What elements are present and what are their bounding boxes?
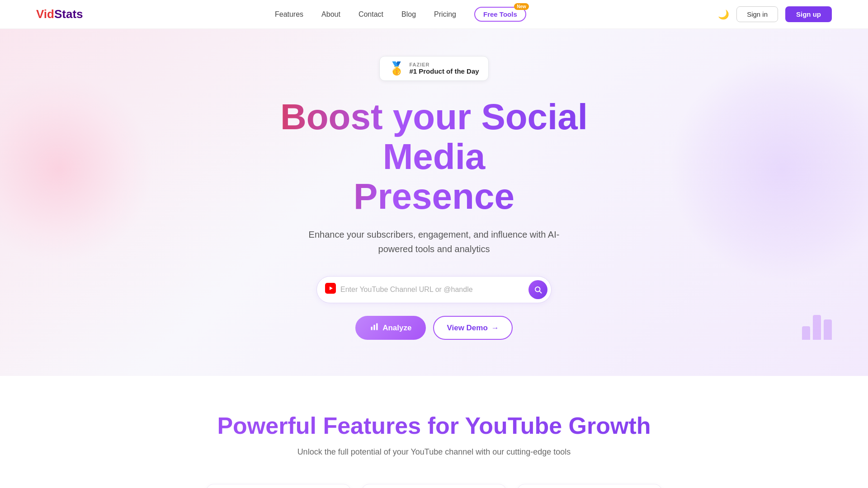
- youtube-icon: [325, 283, 336, 296]
- demo-button[interactable]: View Demo →: [433, 316, 512, 340]
- navbar: VidStats Features About Contact Blog Pri…: [0, 0, 868, 29]
- hero-title: Boost your Social Media Presence: [231, 97, 637, 216]
- fazier-badge: 🥇 FAZIER #1 Product of the Day: [379, 56, 488, 81]
- search-input[interactable]: [340, 286, 528, 294]
- feature-card-1: 🎯 AI-Powered Insights Leverage artificia…: [362, 484, 506, 488]
- demo-label: View Demo: [447, 324, 487, 333]
- svg-line-3: [539, 291, 541, 293]
- features-subtitle: Unlock the full potential of your YouTub…: [36, 447, 832, 457]
- dark-mode-toggle[interactable]: 🌙: [718, 9, 729, 20]
- signin-button[interactable]: Sign in: [736, 6, 778, 22]
- hero-actions: Analyze View Demo →: [355, 316, 513, 340]
- nav-about[interactable]: About: [321, 10, 340, 19]
- deco-bar-3: [824, 319, 832, 340]
- analyze-button[interactable]: Analyze: [355, 316, 426, 340]
- deco-bar-2: [813, 315, 821, 340]
- chart-icon: [370, 322, 379, 333]
- nav-links: Features About Contact Blog Pricing Free…: [275, 7, 526, 22]
- features-title: Powerful Features for YouTube Growth: [36, 412, 832, 439]
- logo-part2: Stats: [54, 7, 83, 21]
- nav-blog[interactable]: Blog: [401, 10, 416, 19]
- nav-right: 🌙 Sign in Sign up: [718, 6, 832, 22]
- search-bar: [316, 276, 552, 303]
- features-section: Powerful Features for YouTube Growth Unl…: [0, 376, 868, 488]
- new-badge: New: [514, 3, 529, 10]
- free-tools-label: Free Tools: [483, 10, 517, 18]
- hero-title-line1: Boost your Social Media: [280, 97, 588, 177]
- svg-rect-4: [371, 327, 373, 330]
- feature-cards: 📊 Analytics Dashboard Get deep insights …: [36, 484, 832, 488]
- logo-part1: Vid: [36, 7, 54, 21]
- deco-bars: [802, 315, 832, 340]
- svg-rect-6: [376, 324, 377, 330]
- search-button[interactable]: [528, 280, 547, 299]
- nav-pricing[interactable]: Pricing: [434, 10, 456, 19]
- svg-rect-5: [374, 325, 375, 330]
- signup-button[interactable]: Sign up: [785, 6, 832, 22]
- deco-bar-1: [802, 326, 810, 340]
- medal-icon: 🥇: [389, 61, 405, 76]
- free-tools-button[interactable]: Free Tools New: [474, 7, 526, 22]
- logo[interactable]: VidStats: [36, 7, 83, 21]
- fazier-text: FAZIER #1 Product of the Day: [409, 62, 479, 75]
- hero-title-line2: Presence: [354, 176, 514, 216]
- nav-contact[interactable]: Contact: [359, 10, 383, 19]
- feature-card-0: 📊 Analytics Dashboard Get deep insights …: [206, 484, 351, 488]
- nav-features[interactable]: Features: [275, 10, 303, 19]
- demo-arrow: →: [491, 324, 499, 333]
- fazier-product: #1 Product of the Day: [409, 67, 479, 75]
- analyze-label: Analyze: [382, 324, 411, 333]
- fazier-label: FAZIER: [409, 62, 479, 67]
- feature-card-2: 🚀 Growth Tools Access powerful tools des…: [517, 484, 662, 488]
- moon-icon: 🌙: [718, 9, 729, 19]
- hero-subtitle: Enhance your subscribers, engagement, an…: [307, 227, 561, 256]
- hero-section: 🥇 FAZIER #1 Product of the Day Boost you…: [0, 29, 868, 376]
